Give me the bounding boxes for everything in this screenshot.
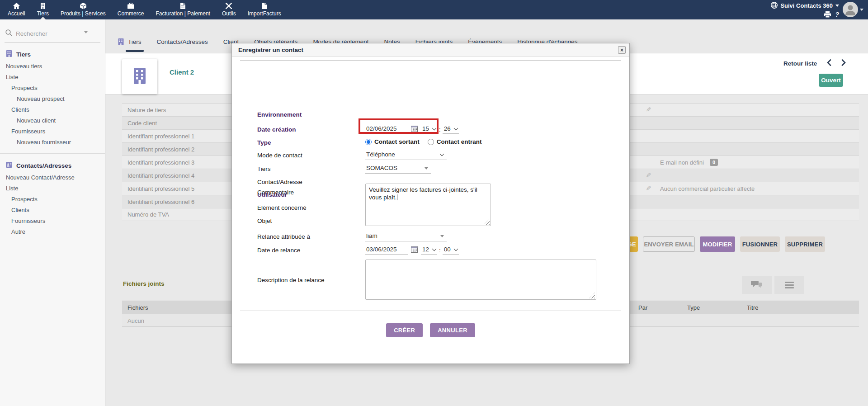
close-icon[interactable]: × bbox=[618, 46, 626, 54]
menu-commerce[interactable]: Commerce bbox=[112, 0, 150, 19]
help-icon[interactable]: ? bbox=[835, 11, 839, 18]
create-button[interactable]: CRÉER bbox=[386, 323, 423, 337]
search-input[interactable] bbox=[16, 30, 70, 37]
sidebar-item-contacts-clients[interactable]: Clients bbox=[11, 207, 105, 213]
calendar-icon[interactable] bbox=[411, 125, 418, 134]
date-creation-input[interactable]: 02/06/2025 bbox=[365, 125, 408, 134]
print-icon[interactable] bbox=[824, 11, 831, 18]
sidebar-item-liste-contacts[interactable]: Liste bbox=[6, 185, 105, 192]
email-count-badge: 0 bbox=[710, 159, 718, 166]
resize-handle[interactable] bbox=[484, 219, 490, 225]
minute-select[interactable]: 26 bbox=[443, 125, 459, 134]
chat-bubbles-icon bbox=[751, 280, 763, 291]
field-label-date-relance: Date de relance bbox=[257, 247, 300, 254]
sidebar-item-nouveau-prospect[interactable]: Nouveau prospect bbox=[17, 96, 105, 102]
select-caret-icon bbox=[440, 235, 444, 237]
send-email-button[interactable]: ENVOYER EMAIL bbox=[643, 236, 695, 252]
chevron-left-icon[interactable] bbox=[827, 59, 831, 68]
hour-select[interactable]: 15 bbox=[421, 125, 437, 134]
mode-contact-select[interactable]: Téléphone bbox=[365, 151, 447, 160]
building-icon bbox=[40, 3, 46, 9]
edit-pencil-icon[interactable]: ✎ bbox=[645, 172, 652, 178]
dialog-buttons: CRÉER ANNULER bbox=[232, 323, 629, 337]
sidebar-item-nouveau-fournisseur[interactable]: Nouveau fournisseur bbox=[17, 139, 105, 146]
building-icon bbox=[6, 50, 12, 58]
field-label-element-concerne: Elément concerné bbox=[257, 204, 307, 211]
building-icon bbox=[133, 68, 146, 86]
sidebar-item-liste-tiers[interactable]: Liste bbox=[6, 74, 105, 80]
menu-produits-services[interactable]: Produits | Services bbox=[55, 0, 112, 19]
chevron-down-icon bbox=[835, 5, 839, 7]
sales-rep-text: Aucun commercial particulier affecté bbox=[660, 185, 755, 192]
menu-facturation-paiement[interactable]: Facturation | Paiement bbox=[150, 0, 216, 19]
menu-outils[interactable]: Outils bbox=[216, 0, 242, 19]
menu-tiers[interactable]: Tiers bbox=[31, 0, 55, 19]
modify-button[interactable]: MODIFIER bbox=[700, 236, 735, 252]
email-status-text: E-mail non défini bbox=[660, 159, 704, 166]
date-relance-input[interactable]: 03/06/2025 bbox=[365, 245, 408, 255]
cancel-button[interactable]: ANNULER bbox=[430, 323, 475, 337]
field-label-type: Type bbox=[257, 139, 271, 146]
field-label-commentaire: Commentaire bbox=[257, 189, 294, 196]
delete-button[interactable]: SUPPRIMER bbox=[785, 236, 825, 252]
sidebar-item-contacts-autre[interactable]: Autre bbox=[11, 229, 105, 235]
sidebar-section-tiers: Tiers Nouveau tiers Liste Prospects Nouv… bbox=[0, 50, 105, 146]
relance-minute-select[interactable]: 00 bbox=[443, 245, 459, 255]
chevron-right-icon[interactable] bbox=[841, 59, 846, 68]
radio-contact-entrant[interactable]: Contact entrant bbox=[428, 138, 482, 145]
relance-hour-select[interactable]: 12 bbox=[421, 245, 437, 255]
column-header-fichiers: Fichiers bbox=[127, 304, 148, 311]
date-creation-control: 02/06/2025 15 : 26 bbox=[365, 125, 459, 134]
radio-selected-icon bbox=[365, 139, 372, 145]
chevron-down-icon bbox=[453, 126, 458, 130]
date-relance-control: 03/06/2025 12 : 00 bbox=[365, 245, 459, 255]
commentaire-textarea[interactable]: Veuillez signer les factures ci-jointes,… bbox=[365, 184, 491, 226]
field-label-tiers: Tiers bbox=[257, 165, 271, 172]
globe-icon bbox=[771, 2, 778, 10]
chevron-down-icon[interactable] bbox=[860, 9, 863, 11]
description-relance-textarea[interactable] bbox=[365, 260, 596, 300]
messages-button[interactable] bbox=[742, 276, 772, 294]
sidebar-item-contacts-fournisseurs[interactable]: Fournisseurs bbox=[11, 218, 105, 224]
tab-contacts-adresses[interactable]: Contacts/Adresses bbox=[157, 38, 208, 52]
tab-tiers[interactable]: Tiers bbox=[128, 38, 142, 52]
divider bbox=[240, 60, 621, 61]
sidebar-item-prospects[interactable]: Prospects bbox=[11, 85, 105, 91]
column-header-par: Par bbox=[638, 304, 647, 311]
sidebar-item-nouveau-tiers[interactable]: Nouveau tiers bbox=[6, 63, 105, 70]
resize-handle[interactable] bbox=[589, 293, 595, 298]
sidebar-item-nouveau-client[interactable]: Nouveau client bbox=[17, 118, 105, 124]
invoice-icon bbox=[180, 3, 185, 9]
sidebar-item-fournisseurs[interactable]: Fournisseurs bbox=[11, 128, 105, 135]
sidebar-item-contacts-prospects[interactable]: Prospects bbox=[11, 196, 105, 203]
workspace-selector[interactable]: Suivi Contacts 360 bbox=[771, 1, 839, 10]
menu-accueil[interactable]: Accueil bbox=[2, 0, 31, 19]
sidebar-divider bbox=[0, 153, 105, 154]
building-icon bbox=[118, 38, 124, 47]
edit-pencil-icon[interactable]: ✎ bbox=[645, 107, 652, 112]
home-icon bbox=[13, 3, 20, 9]
menu-importfacturs[interactable]: ImportFacturs bbox=[242, 0, 287, 19]
dialog-header[interactable]: Enregistrer un contact × bbox=[232, 43, 629, 57]
merge-button[interactable]: FUSIONNER bbox=[740, 236, 780, 252]
sidebar-item-clients[interactable]: Clients bbox=[11, 107, 105, 113]
sidebar: Tiers Nouveau tiers Liste Prospects Nouv… bbox=[0, 19, 105, 406]
back-to-list-link[interactable]: Retour liste bbox=[783, 60, 817, 67]
tiers-control: SOMACOS bbox=[365, 164, 431, 174]
sidebar-search[interactable] bbox=[5, 29, 100, 42]
calendar-icon[interactable] bbox=[411, 246, 418, 255]
sidebar-item-nouveau-contact[interactable]: Nouveau Contact/Adresse bbox=[6, 175, 105, 181]
briefcase-icon bbox=[127, 3, 134, 9]
radio-contact-sortant[interactable]: Contact sortant bbox=[365, 138, 420, 145]
main-menu: Accueil Tiers Produits | Services Commer… bbox=[2, 0, 287, 19]
avatar[interactable] bbox=[843, 2, 858, 17]
column-header-type: Type bbox=[687, 304, 700, 311]
chevron-down-icon bbox=[440, 151, 444, 156]
search-icon bbox=[5, 29, 12, 38]
relance-user-select[interactable]: liam bbox=[365, 232, 447, 241]
relance-user-control: liam bbox=[365, 232, 447, 241]
edit-pencil-icon[interactable]: ✎ bbox=[645, 185, 652, 191]
section-title: Tiers bbox=[16, 51, 31, 58]
list-view-button[interactable] bbox=[774, 276, 804, 294]
tiers-select[interactable]: SOMACOS bbox=[365, 164, 431, 174]
